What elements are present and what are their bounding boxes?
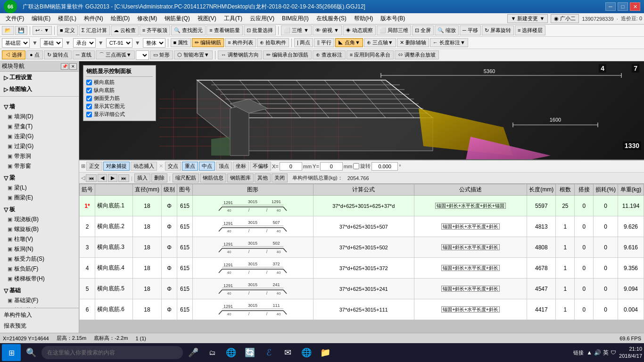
menu-member[interactable]: 构件(N) bbox=[80, 14, 107, 24]
sidebar-item-stairband[interactable]: ▣ 楼梯板带(H) bbox=[0, 274, 79, 284]
nooffset-button[interactable]: 不偏移 bbox=[250, 162, 271, 171]
open-button[interactable]: 📂 bbox=[2, 26, 14, 35]
close-button[interactable]: ✕ bbox=[630, 2, 640, 11]
parallel-button[interactable]: ∥ 平行 bbox=[314, 38, 334, 47]
guangda-button[interactable]: ◉ 广小二 bbox=[551, 14, 579, 23]
table-row[interactable]: 1*横向底筋.118Φ615 1291 3015 1291 40 40 / / bbox=[80, 196, 644, 216]
menu-edit[interactable]: 编辑(E) bbox=[28, 14, 54, 24]
table-scroll[interactable]: 筋号 直径(mm) 级别 图号 图形 计算公式 公式描述 长度(mm) 根数 bbox=[79, 184, 644, 333]
layer-select[interactable]: 基础层 bbox=[2, 38, 30, 48]
rotate-input[interactable] bbox=[372, 162, 398, 171]
menu-online[interactable]: 在线服务(S) bbox=[313, 14, 350, 24]
cp-transverse[interactable]: 横向底筋 bbox=[86, 79, 153, 86]
systray-shield[interactable]: 🛡 bbox=[611, 349, 616, 356]
sidebar-pin-button[interactable]: 📌 bbox=[61, 63, 68, 70]
screenrotate-button[interactable]: ↻ 屏幕旋转 bbox=[482, 25, 514, 35]
menu-file[interactable]: 文件(F) bbox=[2, 14, 28, 24]
sidebar-item-bandwindow[interactable]: ▣ 带形窗 bbox=[0, 161, 79, 171]
table-row[interactable]: 4横向底筋.418Φ615 1291 3015 372 40 40 / / bbox=[80, 258, 644, 279]
rebar-other-button[interactable]: 其他 bbox=[255, 173, 271, 182]
sidebar-item-slabforce[interactable]: ▣ 板受力筋(S) bbox=[0, 254, 79, 264]
zoom-button[interactable]: 🔍 缩放 bbox=[435, 25, 459, 35]
cp-longitudinal-check[interactable] bbox=[86, 88, 92, 93]
3d-viewport[interactable]: 5360 1600 钢筋显示控制面板 横向底筋 bbox=[79, 61, 644, 160]
viewrebar-button[interactable]: ≡ 查看钢筋量 bbox=[206, 25, 242, 35]
line-button[interactable]: ─ 直线 bbox=[73, 50, 95, 59]
save-button[interactable]: 💾 bbox=[15, 26, 27, 35]
menu-help[interactable]: 帮助(H) bbox=[350, 14, 377, 24]
sidebar-item-spiralslab[interactable]: ▣ 螺旋板(B) bbox=[0, 224, 79, 234]
systray-network[interactable]: ▲ bbox=[586, 349, 592, 356]
batchselect-button[interactable]: ⊡ 批量选择 bbox=[244, 25, 276, 35]
report-preview[interactable]: 报表预览 bbox=[0, 321, 79, 331]
table-row[interactable]: 6横向底筋.618Φ615 1291 3015 111 40 40 / / bbox=[80, 299, 644, 320]
taskbar-refresh-icon[interactable]: 🔄 bbox=[241, 344, 258, 361]
rebar-insert-button[interactable]: 插入 bbox=[134, 173, 150, 182]
pilecap-select[interactable]: 承台 bbox=[73, 38, 96, 48]
cp-show-formula[interactable]: 显示详细公式 bbox=[86, 111, 153, 118]
sidebar-item-settings[interactable]: ▷ 工程设置 bbox=[0, 73, 79, 82]
dynamic-button[interactable]: ◈ 动态观察 bbox=[343, 25, 376, 35]
sidebar-item-walldoor[interactable]: ▣ 墙洞(D) bbox=[0, 112, 79, 122]
menu-cloud[interactable]: 云应用(V) bbox=[246, 14, 278, 24]
systray-vol[interactable]: 🔊 bbox=[594, 349, 601, 356]
cp-show-formula-check[interactable] bbox=[86, 112, 92, 117]
sidebar-item-beam-section[interactable]: ▽ 梁 bbox=[0, 173, 79, 183]
attribute-button[interactable]: ■ 属性 bbox=[171, 38, 191, 47]
pick-button[interactable]: ⊕ 拾取构件 bbox=[257, 38, 289, 47]
menu-rebarqty[interactable]: 钢筋量(Q) bbox=[161, 14, 193, 24]
rebar-info-button[interactable]: 钢筋信息 bbox=[200, 173, 226, 182]
dynamic-button[interactable]: 动态捕入 bbox=[131, 162, 157, 171]
flatten-button[interactable]: ─ 平移 bbox=[460, 25, 481, 35]
table-row[interactable]: 5横向底筋.518Φ615 1291 3015 241 40 40 / / bbox=[80, 279, 644, 299]
apex-button[interactable]: 顶点 bbox=[216, 162, 232, 171]
rebar-close-button[interactable]: 关闭 bbox=[272, 173, 288, 182]
define-button[interactable]: ■ 定义 bbox=[57, 25, 78, 35]
sidebar-item-slabhole[interactable]: ▣ 板洞(N) bbox=[0, 244, 79, 254]
smart-layout-button[interactable]: ⬡ 智能布置▼ bbox=[174, 50, 213, 59]
objectsnap-button[interactable]: 对象捕捉 bbox=[103, 162, 130, 171]
taskbar-ie-icon[interactable]: 🌐 bbox=[223, 344, 239, 361]
single-member-input[interactable]: 单构件输入 bbox=[0, 310, 79, 321]
undo-button[interactable]: ↩ · ▼ bbox=[33, 26, 52, 35]
rotate-check[interactable] bbox=[353, 163, 359, 169]
sidebar-item-beam[interactable]: ▣ 梁(L) bbox=[0, 183, 79, 193]
adjust-cap-button[interactable]: ⇔ 调整承台放坡 bbox=[395, 50, 439, 59]
sidebar-item-wall-section[interactable]: ▽ 墙 bbox=[0, 102, 79, 112]
x-input[interactable] bbox=[280, 162, 302, 171]
findelement-button[interactable]: 🔍 查找图元 bbox=[171, 25, 206, 35]
whole-select[interactable]: 整体 bbox=[143, 38, 165, 48]
sidebar-item-coupling[interactable]: ▣ 连梁(G) bbox=[0, 132, 79, 141]
cp-longitudinal[interactable]: 纵向底筋 bbox=[86, 87, 153, 94]
cp-transverse-check[interactable] bbox=[86, 80, 92, 85]
new-change-button[interactable]: ▼ 新建变更 ▼ bbox=[507, 14, 548, 23]
cp-show-elements-check[interactable] bbox=[86, 104, 92, 109]
menu-view[interactable]: 视图(V) bbox=[194, 14, 220, 24]
restore-button[interactable]: □ bbox=[618, 2, 628, 11]
sidebar-item-foundbeam[interactable]: ▣ 基础梁(F) bbox=[0, 296, 79, 305]
midpoint2-button[interactable]: 中点 bbox=[199, 162, 215, 171]
sidebar-item-slabneg[interactable]: ▣ 板负筋(F) bbox=[0, 264, 79, 274]
sidebar-item-foundation-section[interactable]: ▽ 基础 bbox=[0, 286, 79, 296]
view-button[interactable]: 👁 俯视 ▼ bbox=[313, 25, 342, 35]
local3d-button[interactable]: ⬜ 局部三维 bbox=[377, 25, 411, 35]
taskbar-network-icon[interactable]: 🌐 bbox=[298, 344, 315, 361]
three-axis-button[interactable]: ⊕ 三点轴▼ bbox=[364, 38, 396, 47]
check-mark-button[interactable]: ⊕ 查改标注 bbox=[313, 50, 346, 59]
taskbar-folder-icon[interactable]: 📁 bbox=[317, 344, 334, 361]
rebar-scale-button[interactable]: 缩尺配筋 bbox=[173, 173, 199, 182]
selectlayer-button[interactable]: ≡ 选择楼层 bbox=[515, 25, 545, 35]
del-aux-button[interactable]: ✕ 删除辅轴 bbox=[397, 38, 429, 47]
rebar-next-button[interactable]: ▶ bbox=[108, 174, 117, 182]
sidebar-item-slab-section[interactable]: ▽ 板 bbox=[0, 205, 79, 214]
adjust-dir-button[interactable]: ↔ 调整钢筋方向 bbox=[218, 50, 262, 59]
menu-draw[interactable]: 绘图(D) bbox=[107, 14, 134, 24]
midpoint-button[interactable]: 重点 bbox=[182, 162, 198, 171]
table-row[interactable]: 2横向底筋.218Φ615 1291 3015 507 40 40 / / bbox=[80, 216, 644, 237]
sidebar-close-button[interactable]: ✕ bbox=[69, 63, 77, 70]
sidebar-item-draw[interactable]: ▷ 绘图输入 bbox=[0, 84, 79, 94]
corner-button[interactable]: ◣ 点角▼ bbox=[335, 38, 363, 47]
edit-rebar-button[interactable]: ✏ 编辑钢筋 bbox=[192, 38, 224, 47]
systray-input[interactable]: 英 bbox=[603, 349, 609, 357]
menu-modify[interactable]: 修改(M) bbox=[133, 14, 161, 24]
